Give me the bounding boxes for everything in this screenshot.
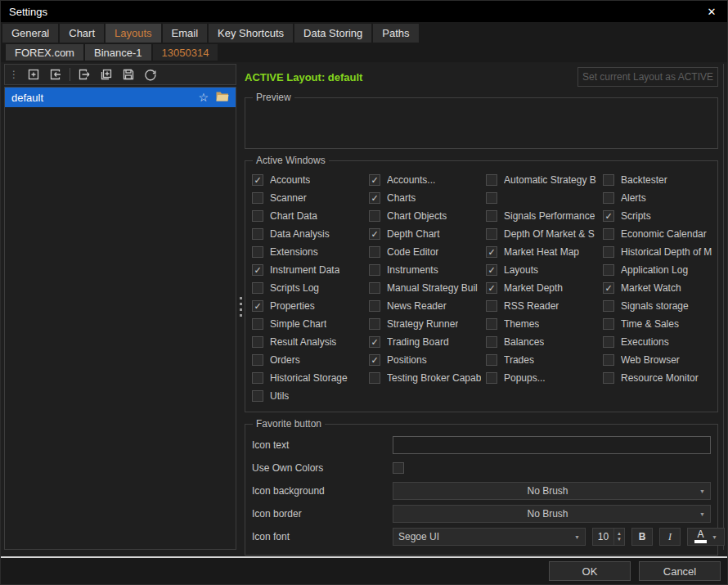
checkbox-item[interactable]: Testing Broker Capab [369, 369, 486, 387]
checkbox-unchecked[interactable] [486, 300, 497, 312]
checkbox-unchecked[interactable] [252, 336, 263, 348]
checkbox-checked[interactable]: ✓ [252, 174, 263, 186]
checkbox-checked[interactable]: ✓ [252, 300, 263, 312]
checkbox-item[interactable]: ✓Instrument Data [252, 261, 369, 279]
checkbox-item[interactable]: Historical Storage [252, 369, 369, 387]
checkbox-item[interactable]: Alerts [603, 189, 720, 207]
checkbox-checked[interactable]: ✓ [252, 264, 263, 276]
subtab-forex-com[interactable]: FOREX.com [6, 44, 83, 61]
checkbox-item[interactable]: Trades [486, 351, 603, 369]
checkbox-unchecked[interactable] [486, 174, 497, 186]
checkbox-item[interactable]: ✓Charts [369, 189, 486, 207]
checkbox-item[interactable]: Code Editor [369, 243, 486, 261]
icon-border-dropdown[interactable]: No Brush ▼ [393, 505, 711, 523]
checkbox-unchecked[interactable] [252, 372, 263, 384]
checkbox-checked[interactable]: ✓ [486, 246, 497, 258]
font-size-stepper[interactable]: 10 ▲▼ [592, 528, 625, 546]
checkbox-unchecked[interactable] [486, 318, 497, 330]
checkbox-item[interactable]: Resource Monitor [603, 369, 720, 387]
checkbox-unchecked[interactable] [603, 264, 614, 276]
checkbox-item[interactable]: Utils [252, 387, 369, 405]
checkbox-unchecked[interactable] [603, 300, 614, 312]
checkbox-item[interactable]: ✓Properties [252, 297, 369, 315]
checkbox-item[interactable]: Strategy Runner [369, 315, 486, 333]
checkbox-item[interactable]: Chart Objects [369, 207, 486, 225]
checkbox-unchecked[interactable] [369, 300, 380, 312]
checkbox-item[interactable]: Application Log [603, 261, 720, 279]
tab-data-storing[interactable]: Data Storing [294, 24, 371, 43]
checkbox-item[interactable]: Data Analysis [252, 225, 369, 243]
refresh-icon[interactable] [142, 66, 159, 83]
checkbox-item[interactable]: ✓Positions [369, 351, 486, 369]
font-color-button[interactable]: A ▼ [687, 528, 725, 546]
checkbox-unchecked[interactable] [603, 336, 614, 348]
checkbox-item[interactable]: Signals storage [603, 297, 720, 315]
checkbox-unchecked[interactable] [252, 354, 263, 366]
checkbox-unchecked[interactable] [369, 246, 380, 258]
checkbox-item[interactable]: Web Browser [603, 351, 720, 369]
add-layout-icon[interactable] [25, 66, 42, 83]
stepper-arrows[interactable]: ▲▼ [613, 529, 624, 545]
tab-general[interactable]: General [2, 24, 58, 43]
checkbox-item[interactable]: Chart Data [252, 207, 369, 225]
bold-button[interactable]: B [631, 528, 653, 546]
checkbox-checked[interactable]: ✓ [603, 282, 614, 294]
checkbox-item[interactable]: Scanner [252, 189, 369, 207]
checkbox-checked[interactable]: ✓ [486, 282, 497, 294]
checkbox-item[interactable]: Executions [603, 333, 720, 351]
checkbox-item[interactable]: ✓Scripts [603, 207, 720, 225]
checkbox-item[interactable]: Themes [486, 315, 603, 333]
checkbox-unchecked[interactable] [252, 282, 263, 294]
checkbox-unchecked[interactable] [369, 318, 380, 330]
checkbox-item[interactable]: Backtester [603, 171, 720, 189]
checkbox-item[interactable]: RSS Reader [486, 297, 603, 315]
checkbox-checked[interactable]: ✓ [369, 192, 380, 204]
checkbox-checked[interactable]: ✓ [369, 336, 380, 348]
checkbox-unchecked[interactable] [369, 282, 380, 294]
checkbox-unchecked[interactable] [603, 318, 614, 330]
panel-splitter[interactable] [236, 64, 245, 550]
checkbox-unchecked[interactable] [252, 318, 263, 330]
checkbox-unchecked[interactable] [486, 228, 497, 240]
icon-font-dropdown[interactable]: Segoe UI ▼ [393, 528, 586, 546]
checkbox-unchecked[interactable] [603, 174, 614, 186]
checkbox-unchecked[interactable] [369, 372, 380, 384]
checkbox-unchecked[interactable] [369, 264, 380, 276]
checkbox-item[interactable]: ✓Depth Chart [369, 225, 486, 243]
checkbox-item[interactable]: Result Analysis [252, 333, 369, 351]
tab-layouts[interactable]: Layouts [106, 24, 161, 43]
checkbox-unchecked[interactable] [603, 354, 614, 366]
checkbox-unchecked[interactable] [252, 210, 263, 222]
checkbox-item[interactable]: Instruments [369, 261, 486, 279]
checkbox-unchecked[interactable] [603, 192, 614, 204]
checkbox-unchecked[interactable] [603, 246, 614, 258]
checkbox-item[interactable]: Economic Calendar [603, 225, 720, 243]
checkbox-item[interactable]: ✓Layouts [486, 261, 603, 279]
checkbox-item[interactable]: Depth Of Market & S [486, 225, 603, 243]
checkbox-unchecked[interactable] [603, 372, 614, 384]
checkbox-item[interactable]: Extensions [252, 243, 369, 261]
checkbox-item[interactable]: Orders [252, 351, 369, 369]
favorite-star-icon[interactable]: ☆ [198, 92, 209, 103]
italic-button[interactable]: I [659, 528, 681, 546]
use-own-colors-checkbox[interactable] [393, 462, 404, 474]
checkbox-item[interactable]: Manual Strategy Buil [369, 279, 486, 297]
checkbox-item[interactable]: Automatic Strategy B [486, 171, 603, 189]
set-active-button[interactable]: Set current Layout as ACTIVE [577, 67, 718, 87]
checkbox-item[interactable]: ✓Accounts... [369, 171, 486, 189]
checkbox-unchecked[interactable] [486, 354, 497, 366]
checkbox-unchecked[interactable] [486, 210, 497, 222]
checkbox-item[interactable]: ✓Accounts [252, 171, 369, 189]
tab-email[interactable]: Email [163, 24, 208, 43]
save-layout-icon[interactable] [120, 66, 137, 83]
subtab-binance-1[interactable]: Binance-1 [85, 44, 151, 61]
checkbox-checked[interactable]: ✓ [369, 174, 380, 186]
checkbox-unchecked[interactable] [252, 192, 263, 204]
close-icon[interactable]: ✕ [704, 6, 719, 18]
checkbox-item[interactable]: Signals Performance [486, 207, 603, 225]
checkbox-unchecked[interactable] [486, 336, 497, 348]
layout-list[interactable]: default☆ [4, 87, 236, 550]
checkbox-item[interactable]: ✓Market Heat Map [486, 243, 603, 261]
checkbox-unchecked[interactable] [252, 246, 263, 258]
export-layout-icon[interactable] [76, 66, 92, 83]
